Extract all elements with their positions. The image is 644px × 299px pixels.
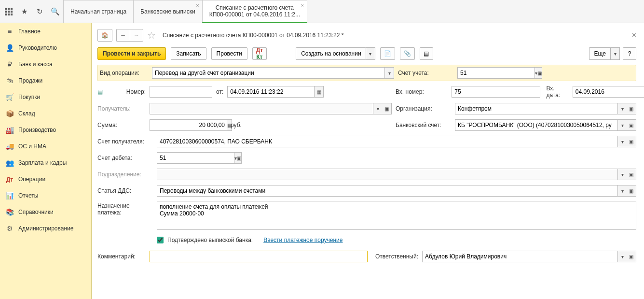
sum-input[interactable] [150, 119, 227, 131]
debit-acc-input[interactable] [157, 152, 234, 164]
open-icon[interactable]: ▣ [627, 103, 636, 114]
sidebar-item-fixed-assets[interactable]: 🚚ОС и НМА [0, 138, 91, 155]
enter-payment-order-link[interactable]: Ввести платежное поручение [263, 237, 343, 243]
responsible-label: Ответственный: [375, 253, 418, 260]
close-icon[interactable]: × [196, 2, 199, 8]
open-icon[interactable]: ▣ [627, 169, 636, 180]
sidebar-item-label: Руководителю [18, 44, 57, 51]
open-icon[interactable]: ▣ [627, 185, 636, 197]
apps-icon[interactable] [4, 7, 14, 16]
chevron-down-icon[interactable]: ▾ [617, 251, 627, 262]
row-comment: Комментарий: Ответственный: ▾ ▣ [97, 250, 636, 263]
row-sum: Сумма: ▦ руб. Банковский счет: ▾ ▣ [97, 119, 636, 131]
open-icon[interactable]: ▣ [237, 152, 242, 164]
attach-button[interactable]: 📎 [400, 47, 415, 60]
account-label: Счет учета: [398, 70, 453, 76]
page-header: 🏠 ← → ☆ Списание с расчетного счета КП00… [97, 29, 636, 42]
open-icon[interactable]: ▣ [627, 119, 636, 131]
sidebar-item-label: Справочники [18, 209, 54, 215]
comment-label: Комментарий: [97, 253, 146, 260]
tab-payment-document[interactable]: × Списание с расчетного счета КП00-00000… [202, 0, 307, 23]
row-operation-type: Вид операции: ▾ Счет учета: ▾ ▣ [97, 65, 636, 81]
home-button[interactable]: 🏠 [97, 29, 112, 42]
row-debit-account: Счет дебета: ▾ ▣ [97, 152, 636, 164]
recipient-input[interactable] [150, 103, 373, 114]
number-input[interactable] [150, 86, 212, 98]
star-icon[interactable]: ★ [19, 7, 29, 16]
in-date-input[interactable] [573, 86, 644, 98]
close-icon[interactable]: × [632, 31, 636, 40]
topbar: ★ ↻ 🔍 Начальная страница × Банковские вы… [0, 0, 644, 23]
favorite-star-icon[interactable]: ☆ [147, 29, 156, 41]
box-icon: 📦 [6, 110, 14, 117]
tab-start[interactable]: Начальная страница [63, 0, 134, 23]
sidebar-item-warehouse[interactable]: 📦Склад [0, 105, 91, 122]
bank-acc-input[interactable] [455, 119, 618, 131]
confirmed-checkbox[interactable] [157, 237, 164, 243]
forward-button[interactable]: → [130, 29, 143, 42]
sidebar-item-manager[interactable]: 👤Руководителю [0, 40, 91, 56]
sidebar-item-admin[interactable]: ⚙Администрирование [0, 220, 91, 237]
post-button[interactable]: Провести [211, 47, 247, 60]
comment-input[interactable] [150, 251, 368, 262]
history-icon[interactable]: ↻ [35, 7, 44, 16]
sidebar-item-label: Производство [18, 127, 56, 133]
sidebar-item-reports[interactable]: 📊Отчеты [0, 187, 91, 204]
chevron-down-icon[interactable]: ▾ [617, 103, 627, 114]
search-icon[interactable]: 🔍 [50, 7, 60, 16]
help-button[interactable]: ? [623, 47, 636, 60]
more-button[interactable]: Еще ▾ [589, 47, 620, 60]
recipient-label: Получатель: [97, 105, 146, 112]
in-date-label: Вх. дата: [546, 85, 568, 99]
purpose-textarea[interactable] [157, 201, 636, 230]
sidebar-item-main[interactable]: ≡Главное [0, 23, 91, 40]
chevron-down-icon[interactable]: ▾ [373, 103, 383, 114]
open-icon[interactable]: ▣ [537, 67, 542, 79]
sidebar-item-bank[interactable]: ₽Банк и касса [0, 56, 91, 72]
operation-type-input[interactable] [152, 67, 385, 79]
account-input[interactable] [457, 67, 535, 79]
calendar-icon[interactable]: ▦ [314, 86, 324, 98]
chevron-down-icon[interactable]: ▾ [617, 119, 627, 131]
dds-input[interactable] [157, 185, 618, 197]
save-button[interactable]: Записать [171, 47, 206, 60]
dtkt-button[interactable]: ДтКт [252, 47, 267, 60]
sidebar-item-label: Отчеты [18, 192, 38, 199]
manager-icon: 👤 [6, 44, 14, 52]
sidebar-item-sales[interactable]: 🛍Продажи [0, 72, 91, 89]
in-number-input[interactable] [452, 86, 540, 98]
close-icon[interactable]: × [301, 2, 304, 8]
chevron-down-icon[interactable]: ▾ [617, 169, 627, 180]
recip-acc-input[interactable] [157, 136, 618, 147]
sidebar-item-label: Склад [18, 110, 35, 117]
date-input[interactable] [227, 86, 315, 98]
from-label: от: [216, 88, 223, 95]
sidebar-item-catalogs[interactable]: 📚Справочники [0, 204, 91, 220]
chevron-down-icon[interactable]: ▾ [617, 136, 627, 147]
open-icon[interactable]: ▣ [627, 251, 636, 262]
recip-acc-label: Счет получателя: [97, 138, 153, 145]
tabs: Начальная страница × Банковские выписки … [64, 0, 307, 23]
sidebar-item-label: Банк и касса [18, 61, 53, 68]
org-input[interactable] [455, 103, 618, 114]
chevron-down-icon[interactable]: ▾ [617, 185, 627, 197]
post-and-close-button[interactable]: Провести и закрыть [97, 47, 166, 60]
division-input[interactable] [157, 169, 618, 180]
report-button[interactable]: 📄 [380, 47, 395, 60]
create-based-button[interactable]: Создать на основании ▾ [296, 47, 375, 60]
sidebar-item-purchases[interactable]: 🛒Покупки [0, 89, 91, 105]
open-icon[interactable]: ▣ [627, 136, 636, 147]
chevron-down-icon[interactable]: ▾ [384, 67, 394, 79]
sidebar-item-hr[interactable]: 👥Зарплата и кадры [0, 155, 91, 171]
tab-bank-statements[interactable]: × Банковские выписки [133, 0, 203, 23]
gear-icon: ⚙ [6, 225, 14, 232]
back-button[interactable]: ← [116, 29, 130, 42]
open-icon[interactable]: ▣ [382, 103, 392, 114]
responsible-input[interactable] [422, 251, 618, 262]
list-button[interactable]: ▤ [420, 47, 433, 60]
actionbar: Провести и закрыть Записать Провести ДтК… [97, 47, 636, 60]
sidebar-item-label: Зарплата и кадры [18, 159, 67, 166]
sidebar-item-operations[interactable]: ДтОперации [0, 171, 91, 187]
people-icon: 👥 [6, 159, 14, 167]
sidebar-item-production[interactable]: 🏭Производство [0, 122, 91, 138]
